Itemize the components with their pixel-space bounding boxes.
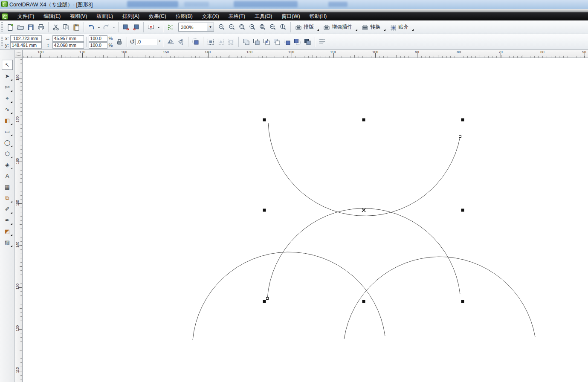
- table-tool[interactable]: ▦: [2, 182, 13, 192]
- zoom-to-page-width-button[interactable]: [268, 22, 278, 33]
- outline-pen-tool[interactable]: ✒: [2, 215, 13, 225]
- scale-lock-toggle[interactable]: [114, 37, 125, 47]
- zoom-level-combobox[interactable]: 300% ▼: [178, 23, 214, 32]
- object-height-field[interactable]: [52, 42, 84, 49]
- selection-center-mark[interactable]: [362, 208, 365, 212]
- curve-end-node[interactable]: [459, 136, 461, 138]
- selection-handle[interactable]: [461, 119, 464, 122]
- paste-button[interactable]: [71, 22, 81, 33]
- print-button[interactable]: [36, 22, 46, 33]
- horizontal-ruler[interactable]: 1801701601501401301201101009080706050: [23, 50, 588, 58]
- copy-button[interactable]: [61, 22, 71, 33]
- shape-tool[interactable]: ➤: [2, 71, 13, 81]
- save-button[interactable]: [26, 22, 36, 33]
- y-position-field[interactable]: [10, 42, 42, 49]
- toolbar-grip[interactable]: [1, 37, 3, 47]
- cut-button[interactable]: [51, 22, 61, 33]
- menu-item-效果(C)[interactable]: 效果(C): [149, 12, 166, 20]
- menu-item-文本(X)[interactable]: 文本(X): [202, 12, 219, 20]
- selection-handle[interactable]: [263, 209, 266, 212]
- apply-to-duplicate-button[interactable]: [191, 37, 201, 47]
- arc-top[interactable]: [268, 123, 460, 216]
- trim-button[interactable]: [251, 37, 261, 47]
- selection-handle[interactable]: [461, 209, 464, 212]
- menu-item-文件(F)[interactable]: 文件(F): [17, 12, 34, 20]
- zoom-to-page-button[interactable]: [258, 22, 268, 33]
- front-minus-back-button[interactable]: [282, 37, 292, 47]
- layout-button[interactable]: 排版: [293, 23, 317, 32]
- zoom-tool[interactable]: ⌖: [2, 93, 13, 103]
- toolbar-grip[interactable]: [1, 22, 3, 32]
- menu-item-排列(A)[interactable]: 排列(A): [122, 12, 139, 20]
- ruler-origin-corner[interactable]: [15, 50, 23, 58]
- interactive-fill-tool[interactable]: ▨: [2, 237, 13, 247]
- undo-button[interactable]: [86, 22, 96, 33]
- menu-item-视图(V)[interactable]: 视图(V): [70, 12, 87, 20]
- weld-button[interactable]: [241, 37, 251, 47]
- export-button[interactable]: [131, 22, 141, 33]
- zoom-in-button[interactable]: [217, 22, 227, 33]
- application-launcher-button[interactable]: [146, 22, 156, 33]
- redo-button[interactable]: [101, 22, 111, 33]
- launcher-dropdown[interactable]: [156, 22, 161, 33]
- zoom-to-all-objects-button[interactable]: [247, 22, 258, 33]
- rectangle-tool[interactable]: ▭: [2, 126, 13, 136]
- scale-vertical-field[interactable]: [89, 42, 107, 49]
- snap-button[interactable]: 贴齐: [388, 23, 411, 32]
- text-tool[interactable]: A: [2, 171, 13, 181]
- basic-shapes-tool[interactable]: ◈: [2, 159, 13, 170]
- menu-item-位图(B)[interactable]: 位图(B): [176, 12, 193, 20]
- arc-bottom-right[interactable]: [344, 257, 535, 339]
- menu-item-编辑(E)[interactable]: 编辑(E): [43, 12, 61, 20]
- polygon-tool[interactable]: ⬡: [2, 148, 13, 159]
- open-button[interactable]: [15, 22, 26, 33]
- selection-handle[interactable]: [362, 300, 365, 303]
- undo-dropdown[interactable]: [96, 22, 101, 33]
- x-position-field[interactable]: [10, 35, 42, 42]
- selection-handle[interactable]: [461, 300, 464, 303]
- new-document-button[interactable]: [5, 22, 15, 33]
- crop-tool[interactable]: ✄: [2, 82, 13, 92]
- menu-item-版面(L)[interactable]: 版面(L): [96, 12, 113, 20]
- drawing-canvas[interactable]: [23, 58, 588, 382]
- zoom-out-button[interactable]: [227, 22, 237, 33]
- mirror-vertical-button[interactable]: [176, 37, 186, 47]
- ellipse-tool[interactable]: ◯: [2, 137, 13, 148]
- convert-to-curves-button[interactable]: [317, 37, 327, 47]
- simplify-button[interactable]: [272, 37, 282, 47]
- vertical-ruler[interactable]: 180170160150140130120110: [15, 58, 23, 382]
- blend-tool[interactable]: ⧉: [2, 193, 13, 203]
- convert-button[interactable]: 转换: [359, 23, 383, 32]
- curve-end-node[interactable]: [266, 298, 269, 300]
- scale-horizontal-field[interactable]: [89, 35, 107, 42]
- rotation-angle-field[interactable]: [135, 39, 157, 45]
- rotation-icon: ↺: [129, 38, 135, 46]
- menu-item-表格(T)[interactable]: 表格(T): [229, 12, 245, 20]
- create-boundary-button[interactable]: [302, 37, 313, 47]
- fill-tool[interactable]: ◩: [2, 226, 13, 236]
- plugins-button[interactable]: 增强插件: [321, 23, 355, 32]
- arc-middle[interactable]: [267, 208, 460, 298]
- back-minus-front-button[interactable]: [292, 37, 302, 47]
- smart-fill-tool[interactable]: ◧: [2, 115, 13, 125]
- redo-dropdown[interactable]: [111, 22, 116, 33]
- selection-handle[interactable]: [362, 119, 365, 122]
- intersect-button[interactable]: [261, 37, 272, 47]
- menu-item-工具(O)[interactable]: 工具(O): [255, 12, 272, 20]
- pick-tool[interactable]: ↖: [2, 60, 13, 70]
- selection-handle[interactable]: [263, 300, 266, 303]
- selection-handle[interactable]: [263, 119, 266, 122]
- freehand-tool[interactable]: ∿: [2, 104, 13, 114]
- menu-item-帮助(H)[interactable]: 帮助(H): [310, 12, 327, 20]
- zoom-to-page-height-button[interactable]: [278, 22, 288, 33]
- mirror-horizontal-button[interactable]: [165, 37, 176, 47]
- zoom-combo-dropdown-icon[interactable]: ▼: [207, 23, 214, 31]
- eyedropper-tool[interactable]: ✐: [2, 204, 13, 214]
- object-width-field[interactable]: [52, 35, 84, 42]
- selection-mode-button[interactable]: [206, 37, 216, 47]
- options-button[interactable]: [165, 22, 176, 33]
- import-button[interactable]: [121, 22, 131, 33]
- arc-bottom-left[interactable]: [193, 252, 385, 340]
- zoom-to-selection-button[interactable]: [237, 22, 247, 33]
- menu-item-窗口(W)[interactable]: 窗口(W): [281, 12, 300, 20]
